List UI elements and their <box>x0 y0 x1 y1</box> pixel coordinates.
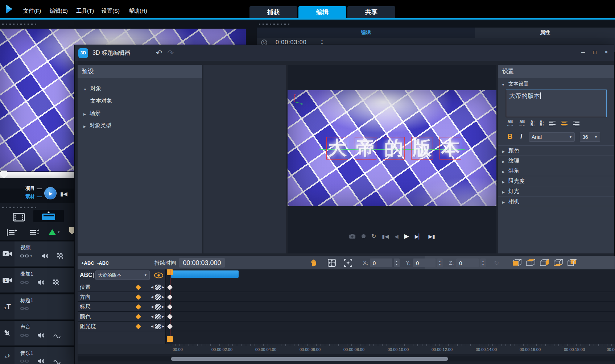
bold-button[interactable]: B <box>507 132 512 141</box>
maximize-button[interactable]: □ <box>590 48 599 56</box>
go-end-icon[interactable] <box>428 233 435 239</box>
resize-bounds-icon[interactable] <box>344 259 352 267</box>
close-button[interactable]: × <box>602 48 611 56</box>
next-frame-icon[interactable] <box>415 233 423 239</box>
tree-item-object-type[interactable]: 对象类型 <box>78 120 202 131</box>
tab-capture[interactable]: 捕获 <box>249 6 297 18</box>
caret-right-icon[interactable] <box>83 123 86 129</box>
playhead-keyframe-diamond[interactable] <box>167 304 173 310</box>
playhead-keyframe-diamond[interactable] <box>167 314 173 320</box>
section-color[interactable]: 颜色 <box>498 145 614 156</box>
play-icon[interactable] <box>404 232 409 240</box>
title-text-input[interactable]: 大帝的版本 <box>506 90 607 117</box>
line-spacing-decrease-icon[interactable]: A↓B↑ <box>540 120 544 127</box>
tree-item-text-object[interactable]: 文本对象 <box>78 95 202 106</box>
tag-icon[interactable] <box>69 227 75 234</box>
go-start-icon[interactable] <box>382 233 389 239</box>
project-toggle[interactable]: 项目 <box>25 185 42 192</box>
menu-help[interactable]: 帮助(H) <box>127 6 149 16</box>
visibility-eye-icon[interactable] <box>154 272 164 278</box>
chevron-down-icon[interactable] <box>30 255 33 258</box>
skip-start-button[interactable] <box>60 191 67 197</box>
instant-project-button[interactable] <box>49 229 60 235</box>
caret-right-icon[interactable] <box>83 110 86 116</box>
menu-file[interactable]: 文件(F) <box>21 6 43 16</box>
mosaic-icon[interactable] <box>53 280 59 285</box>
char-spacing-decrease-icon[interactable]: AB→← <box>519 120 526 127</box>
object-select[interactable]: 大帝的版本 <box>95 270 150 280</box>
dialog-titlebar[interactable]: 3D 3D 标题编辑器 ─ □ × <box>75 45 614 61</box>
track-row-music[interactable]: 音乐1 <box>0 346 74 364</box>
cube-side-face-icon[interactable] <box>540 259 549 266</box>
keyframe-mode-icon[interactable] <box>155 285 161 290</box>
keyframe-mode-icon[interactable] <box>155 294 161 300</box>
object-duration-bar[interactable] <box>171 270 239 278</box>
volume-wave-icon[interactable] <box>53 359 61 364</box>
next-keyframe-icon[interactable] <box>162 285 164 289</box>
keyframe-diamond[interactable] <box>136 294 141 300</box>
mosaic-icon[interactable] <box>57 253 63 259</box>
prev-keyframe-icon[interactable] <box>151 295 153 299</box>
menu-settings[interactable]: 设置(S) <box>99 6 122 16</box>
duration-value[interactable]: 00:00:03.000 <box>179 258 225 268</box>
timeline-scrollbar-track[interactable] <box>78 356 615 361</box>
x-stepper[interactable] <box>394 258 400 267</box>
cube-back-face-icon[interactable] <box>567 259 577 266</box>
align-right-icon[interactable] <box>573 120 580 126</box>
z-stepper[interactable] <box>480 258 486 267</box>
tab-share[interactable]: 共享 <box>347 6 395 18</box>
speaker-icon[interactable] <box>41 253 49 259</box>
add-text-object-button[interactable]: +ABC <box>81 260 94 266</box>
line-spacing-increase-icon[interactable]: A↑B↓ <box>531 120 535 127</box>
section-bevel[interactable]: 斜角 <box>498 166 614 176</box>
menu-edit[interactable]: 编辑(E) <box>48 6 70 16</box>
menu-tools[interactable]: 工具(T) <box>74 6 96 16</box>
panel-tab-attributes[interactable]: 属性 <box>475 28 615 38</box>
tab-edit[interactable]: 编辑 <box>298 6 346 18</box>
font-family-select[interactable]: Arial <box>529 132 575 142</box>
align-left-icon[interactable] <box>549 120 556 126</box>
char-spacing-increase-icon[interactable]: AB←→ <box>507 120 514 127</box>
z-input[interactable]: 0 <box>456 258 479 267</box>
next-keyframe-icon[interactable] <box>162 324 164 328</box>
track-row-video[interactable]: 视频 <box>0 240 74 266</box>
undo-icon[interactable] <box>156 49 162 57</box>
keyframe-mode-icon[interactable] <box>155 324 161 329</box>
track-manager-icon[interactable] <box>29 228 40 236</box>
track-row-overlay[interactable]: 1 叠加1 <box>0 267 74 292</box>
section-lighting[interactable]: 灯光 <box>498 186 614 196</box>
y-stepper[interactable] <box>437 258 443 267</box>
next-keyframe-icon[interactable] <box>162 315 164 318</box>
track-row-title[interactable]: 标题1 <box>0 293 74 319</box>
next-keyframe-icon[interactable] <box>162 295 164 299</box>
prev-keyframe-icon[interactable] <box>151 324 153 328</box>
cube-top-face-icon[interactable] <box>526 259 536 266</box>
playhead-keyframe-diamond[interactable] <box>167 324 173 330</box>
link-icon-disabled[interactable] <box>20 333 29 338</box>
track-row-voice[interactable]: 声音 <box>0 320 74 345</box>
playhead-keyframe-diamond[interactable] <box>167 294 173 300</box>
section-camera[interactable]: 相机 <box>498 196 614 206</box>
auto-rotate-icon[interactable] <box>494 259 499 267</box>
speaker-icon[interactable] <box>37 358 45 364</box>
keyframe-diamond[interactable] <box>136 324 141 330</box>
x-input[interactable]: 0 <box>370 258 392 267</box>
prev-keyframe-icon[interactable] <box>151 285 153 289</box>
text-settings-section[interactable]: 文本设置 <box>502 81 529 87</box>
volume-wave-icon[interactable] <box>53 333 61 338</box>
pan-hand-icon[interactable] <box>310 258 318 267</box>
player-drag-handle[interactable] <box>2 24 36 25</box>
timeline-drag-handle[interactable] <box>2 207 36 208</box>
keyframe-mode-icon[interactable] <box>155 304 161 310</box>
speaker-icon[interactable] <box>37 280 45 285</box>
y-input[interactable]: 0 <box>413 258 436 267</box>
speaker-icon[interactable] <box>37 332 45 338</box>
link-icon-disabled[interactable] <box>20 280 29 285</box>
move-object-icon[interactable] <box>328 259 336 267</box>
loop-icon[interactable] <box>371 233 376 240</box>
remove-text-object-button[interactable]: -ABC <box>97 260 109 266</box>
section-texture[interactable]: 纹理 <box>498 156 614 166</box>
tree-item-scene[interactable]: 场景 <box>78 108 202 119</box>
panel-tab-edit[interactable]: 编辑 <box>257 28 475 38</box>
prev-keyframe-icon[interactable] <box>151 315 153 318</box>
